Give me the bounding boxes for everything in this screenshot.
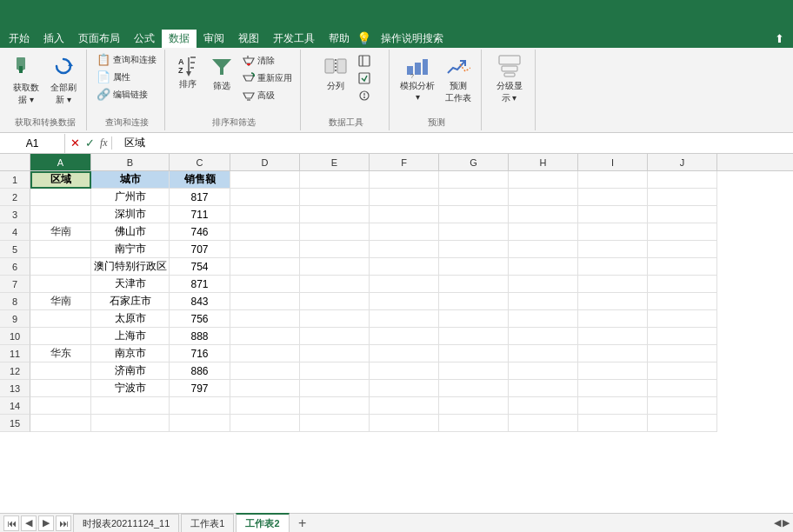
row-number[interactable]: 7	[0, 276, 30, 293]
data-tool-btn1[interactable]	[356, 53, 373, 69]
cell[interactable]	[509, 241, 578, 258]
edit-links-button[interactable]: 🔗 编辑链接	[94, 86, 159, 103]
cell[interactable]	[300, 310, 370, 328]
cell[interactable]	[300, 328, 370, 345]
data-tool-btn3[interactable]	[356, 88, 373, 103]
cell[interactable]	[439, 206, 509, 223]
row-number[interactable]: 8	[0, 293, 30, 310]
confirm-formula-icon[interactable]: ✓	[85, 136, 95, 150]
cell[interactable]: 济南市	[91, 362, 170, 380]
cell[interactable]	[509, 293, 578, 310]
cell[interactable]	[578, 345, 648, 362]
cell[interactable]	[578, 206, 648, 223]
cell[interactable]	[509, 310, 578, 328]
row-number[interactable]: 14	[0, 397, 30, 415]
cell[interactable]	[30, 276, 91, 293]
cell[interactable]	[30, 310, 91, 328]
cell[interactable]	[578, 258, 648, 276]
query-connect-button[interactable]: 📋 查询和连接	[94, 51, 159, 68]
cell[interactable]: 716	[170, 345, 230, 362]
cell[interactable]: 南宁市	[91, 241, 170, 258]
forecast-sheet-button[interactable]: 预测工作表	[441, 51, 476, 107]
row-number[interactable]: 5	[0, 241, 30, 258]
row-number[interactable]: 9	[0, 310, 30, 328]
cell[interactable]	[648, 171, 717, 189]
grid-container[interactable]: 1区域城市销售额2广州市8173深圳市7114华南佛山市7465南宁市7076澳…	[0, 171, 793, 513]
cell[interactable]	[648, 362, 717, 380]
cell[interactable]	[300, 293, 370, 310]
cell[interactable]	[370, 223, 439, 241]
cell[interactable]	[370, 293, 439, 310]
cell[interactable]: 深圳市	[91, 206, 170, 223]
reapply-button[interactable]: 重新应用	[240, 70, 295, 86]
cell[interactable]	[439, 276, 509, 293]
cell[interactable]	[170, 397, 230, 415]
cell[interactable]	[578, 293, 648, 310]
cell[interactable]: 区域	[30, 171, 91, 189]
cell[interactable]	[509, 206, 578, 223]
cell[interactable]	[370, 397, 439, 415]
cell[interactable]	[439, 328, 509, 345]
cell[interactable]	[300, 189, 370, 206]
cell[interactable]	[30, 189, 91, 206]
row-number[interactable]: 10	[0, 328, 30, 345]
cell[interactable]	[370, 415, 439, 432]
cell[interactable]: 华南	[30, 223, 91, 241]
row-number[interactable]: 13	[0, 380, 30, 397]
cell[interactable]	[439, 345, 509, 362]
cell[interactable]	[439, 171, 509, 189]
cell[interactable]	[230, 171, 300, 189]
cell[interactable]: 888	[170, 328, 230, 345]
cell[interactable]: 754	[170, 258, 230, 276]
cell[interactable]	[91, 415, 170, 432]
cell[interactable]	[300, 362, 370, 380]
cell[interactable]: 707	[170, 241, 230, 258]
cell[interactable]	[648, 415, 717, 432]
advanced-button[interactable]: 高级	[240, 88, 295, 103]
cell[interactable]	[230, 189, 300, 206]
col-header-a[interactable]: A	[30, 154, 91, 170]
cell[interactable]	[648, 345, 717, 362]
cell[interactable]	[370, 328, 439, 345]
cell[interactable]	[648, 189, 717, 206]
filter-button[interactable]: 筛选	[206, 51, 237, 95]
cancel-formula-icon[interactable]: ✕	[70, 136, 80, 150]
tab-nav-prev[interactable]: ◀	[21, 515, 37, 531]
cell[interactable]: 华南	[30, 293, 91, 310]
sort-button[interactable]: A Z 排序	[172, 51, 203, 93]
cell[interactable]	[578, 415, 648, 432]
cell[interactable]	[578, 397, 648, 415]
cell[interactable]	[648, 241, 717, 258]
cell[interactable]	[91, 397, 170, 415]
row-number[interactable]: 11	[0, 345, 30, 362]
cell[interactable]: 817	[170, 189, 230, 206]
col-header-b[interactable]: B	[91, 154, 170, 170]
cell[interactable]	[230, 241, 300, 258]
data-tool-btn2[interactable]	[356, 70, 373, 86]
cell[interactable]: 871	[170, 276, 230, 293]
cell[interactable]	[30, 328, 91, 345]
cell[interactable]	[300, 380, 370, 397]
col-header-e[interactable]: E	[300, 154, 370, 170]
cell[interactable]	[230, 328, 300, 345]
cell[interactable]	[648, 397, 717, 415]
cell[interactable]	[578, 362, 648, 380]
cell[interactable]	[370, 206, 439, 223]
cell[interactable]	[509, 328, 578, 345]
cell[interactable]	[578, 189, 648, 206]
cell[interactable]	[30, 206, 91, 223]
outline-button[interactable]: 分级显示 ▾	[492, 51, 527, 107]
cell[interactable]	[230, 362, 300, 380]
sheet-tab-2[interactable]: 工作表2	[236, 513, 289, 532]
cell[interactable]	[439, 241, 509, 258]
cell[interactable]	[648, 380, 717, 397]
cell[interactable]	[30, 258, 91, 276]
cell[interactable]	[578, 328, 648, 345]
menu-insert[interactable]: 插入	[37, 30, 71, 48]
cell[interactable]	[370, 258, 439, 276]
row-number[interactable]: 3	[0, 206, 30, 223]
cell[interactable]	[300, 206, 370, 223]
row-number[interactable]: 15	[0, 415, 30, 432]
cell[interactable]	[300, 276, 370, 293]
cell[interactable]	[300, 241, 370, 258]
